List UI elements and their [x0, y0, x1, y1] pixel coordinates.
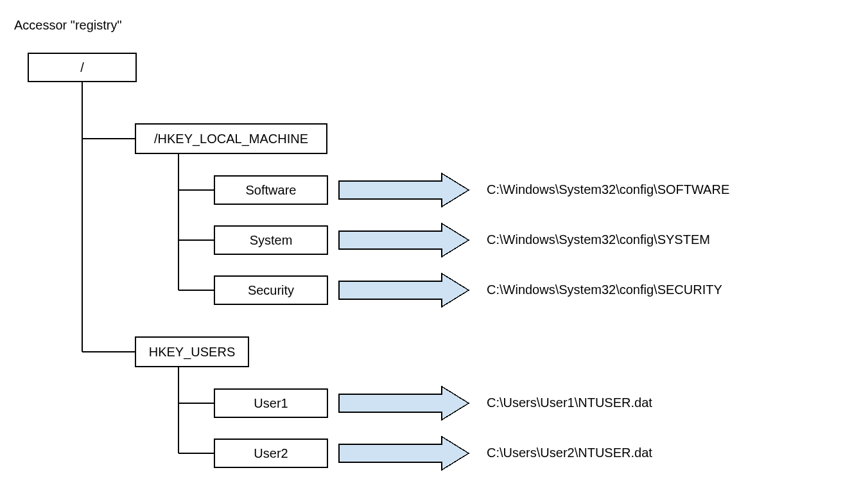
arrow-icon [338, 273, 470, 308]
hive-hkey-users: HKEY_USERS [135, 336, 249, 367]
hive-hklm: /HKEY_LOCAL_MACHINE [135, 123, 327, 154]
node-software-label: Software [246, 183, 297, 198]
node-user2-label: User2 [254, 446, 288, 461]
svg-rect-21 [440, 395, 443, 412]
svg-rect-13 [339, 231, 442, 249]
target-path: C:\Windows\System32\config\SECURITY [487, 282, 722, 297]
svg-rect-15 [440, 232, 443, 248]
svg-rect-12 [440, 182, 443, 198]
node-system-label: System [250, 233, 293, 248]
svg-rect-24 [440, 445, 443, 462]
node-software: Software [214, 175, 328, 205]
arrow-icon [338, 173, 470, 207]
hive-hkey-users-label: HKEY_USERS [149, 345, 236, 360]
node-user1: User1 [214, 388, 328, 418]
target-path: C:\Users\User1\NTUSER.dat [487, 395, 652, 410]
svg-rect-19 [339, 394, 442, 412]
node-security: Security [214, 275, 328, 305]
svg-marker-14 [442, 223, 469, 257]
target-path: C:\Windows\System32\config\SOFTWARE [487, 182, 729, 197]
root-label: / [80, 60, 84, 75]
svg-marker-11 [442, 173, 469, 207]
target-path: C:\Windows\System32\config\SYSTEM [487, 232, 710, 247]
svg-rect-18 [440, 282, 443, 299]
svg-rect-22 [339, 444, 442, 462]
svg-rect-16 [339, 281, 442, 299]
target-path: C:\Users\User2\NTUSER.dat [487, 446, 652, 460]
svg-marker-20 [442, 387, 469, 420]
node-user1-label: User1 [254, 396, 288, 411]
diagram-title: Accessor "registry" [14, 18, 122, 33]
arrow-icon [338, 223, 470, 257]
svg-marker-17 [442, 274, 469, 307]
node-security-label: Security [248, 283, 294, 298]
arrow-icon [338, 436, 470, 471]
node-user2: User2 [214, 439, 328, 468]
diagram-canvas: Accessor "registry" / /HKEY_LOCAL_MACHIN… [0, 0, 852, 504]
svg-marker-23 [442, 437, 469, 470]
svg-rect-10 [339, 181, 442, 199]
hive-hklm-label: /HKEY_LOCAL_MACHINE [154, 132, 308, 146]
node-system: System [214, 225, 328, 255]
arrow-icon [338, 386, 470, 421]
root-node: / [28, 53, 137, 82]
